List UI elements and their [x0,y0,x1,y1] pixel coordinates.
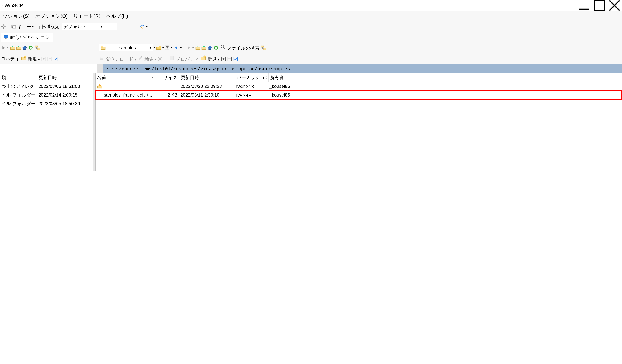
folder-root-icon[interactable] [16,45,21,50]
edit-icon [138,56,143,61]
properties-icon [169,56,175,61]
svg-line-10 [4,28,5,28]
filter-icon[interactable] [165,45,170,50]
maximize-button[interactable] [592,0,607,11]
menu-session[interactable]: ッション(S) [1,12,32,20]
splitter[interactable] [97,64,103,73]
forward-icon[interactable] [186,45,191,50]
path-row: ・・・/connect-cms/test01/resources/views/p… [0,64,622,73]
folder-up-icon[interactable] [195,45,201,50]
forward-icon[interactable] [1,45,6,50]
new-remote-button[interactable]: 新規 ▾ [201,56,219,62]
cell-type: イル フォルダー [0,91,37,99]
svg-rect-43 [264,48,266,50]
minus-box-icon[interactable] [227,56,232,61]
home-icon[interactable] [207,45,213,50]
sub-toolbar-row: ロパティ 新規 ▾ ダウンロード ▾ [0,53,622,64]
cell-type: イル フォルダー [0,99,37,108]
transfer-value: デフォルト [63,23,87,30]
home-icon[interactable] [22,45,27,50]
plus-box-icon[interactable] [221,56,226,61]
svg-point-40 [221,45,224,48]
file-icon [97,92,102,98]
svg-marker-24 [22,46,27,50]
cell-owner: _kousei86 [268,82,301,91]
svg-marker-35 [197,46,199,47]
cell-mtime: 2022/03/20 22:09:23 [179,82,235,91]
download-icon [99,56,104,61]
search-files-button[interactable]: ファイルの検索 [220,44,259,51]
file-panes: 類 更新日時 つ上のディレクトリ2022/03/05 18:51:03イル フォ… [0,73,622,171]
sort-asc-icon: ▲ [151,76,154,79]
chevron-down-icon: ▾ [32,25,34,28]
remote-col-owner[interactable]: 所有者 [269,73,302,82]
pane-splitter[interactable] [93,73,95,171]
remote-col-name[interactable]: 名前▲ [96,73,155,82]
list-item[interactable]: イル フォルダー2022/03/05 18:50:36 [0,99,93,108]
remote-folder-combo[interactable]: samples ▼ [99,44,153,51]
edit-button[interactable]: 編集 ▾ [138,56,156,62]
sync-button[interactable]: ▾ [139,22,149,31]
local-file-pane: 類 更新日時 つ上のディレクトリ2022/03/05 18:51:03イル フォ… [0,73,93,171]
svg-marker-54 [139,56,142,60]
remote-col-perm[interactable]: パーミッション [235,73,269,82]
menu-help[interactable]: ヘルプ(H) [104,12,130,20]
title-bar: - WinSCP [0,0,622,11]
gear-icon[interactable] [1,24,6,29]
list-item[interactable]: 2022/03/20 22:09:23rwxr-xr-x_kousei86 [96,82,622,91]
svg-marker-31 [166,46,169,49]
cell-mtime: 2022/03/11 2:30:10 [179,91,235,99]
properties-label-left[interactable]: ロパティ [1,56,19,62]
svg-marker-53 [100,56,102,59]
remote-col-mtime[interactable]: 更新日時 [179,73,235,82]
folder-up-icon[interactable] [10,45,15,50]
queue-label: キュー [17,23,31,30]
menu-remote[interactable]: リモート(R) [71,12,102,20]
close-button[interactable] [607,0,622,11]
folder-tree-icon[interactable] [261,45,266,50]
minimize-button[interactable] [577,0,592,11]
check-box-icon[interactable] [233,56,238,61]
remote-file-pane: 名前▲ サイズ 更新日時 パーミッション 所有者 2022/03/20 22:0… [95,73,622,171]
remote-col-size[interactable]: サイズ [155,73,179,82]
svg-rect-57 [164,58,168,59]
svg-marker-33 [188,46,190,50]
menu-bar: ッション(S) オプション(O) リモート(R) ヘルプ(H) [0,11,622,21]
remote-nav-toolbar: samples ▼ ▾ ▾ ▾ ▾ - ▾ [97,42,622,53]
cell-name [96,82,155,91]
cell-size: 2 KB [155,91,179,99]
list-item[interactable]: イル フォルダー2022/02/14 2:00:15 [0,91,93,99]
rename-icon[interactable] [163,56,169,61]
chevron-down-icon: ▼ [149,46,152,49]
svg-rect-59 [170,56,174,60]
new-session-tab[interactable]: 新しいセッション [1,33,53,42]
local-col-mtime[interactable]: 更新日時 [37,73,93,82]
transfer-settings-combo[interactable]: デフォルト ▼ [62,23,117,30]
folder-root-icon[interactable] [201,45,207,50]
properties-right-button[interactable]: プロパティ [169,56,199,62]
local-col-type[interactable]: 類 [0,73,37,82]
menu-options[interactable]: オプション(O) [33,12,70,20]
minus-box-icon[interactable] [47,56,52,61]
svg-marker-38 [208,46,212,50]
transfer-settings-label: 転送設定 [42,23,60,30]
remote-list-header: 名前▲ サイズ 更新日時 パーミッション 所有者 [96,73,622,82]
svg-rect-37 [203,46,205,47]
download-label: ダウンロード [105,57,134,62]
cell-name: samples_frame_edit_t... [96,91,155,99]
plus-box-icon[interactable] [41,56,46,61]
download-button[interactable]: ダウンロード ▾ [99,56,136,62]
folder-tree-icon[interactable] [35,45,40,50]
refresh-icon[interactable] [28,45,33,50]
queue-button[interactable]: キュー ▾ [10,22,35,31]
check-box-icon[interactable] [53,56,58,61]
new-local-button[interactable]: 新規 ▾ [21,56,39,62]
refresh-icon[interactable] [213,45,219,50]
list-item[interactable]: つ上のディレクトリ2022/03/05 18:51:03 [0,82,93,91]
list-item[interactable]: samples_frame_edit_t...2 KB2022/03/11 2:… [96,91,622,99]
edit-label: 編集 [144,57,154,62]
toolbar-grip[interactable] [39,23,40,30]
delete-icon[interactable] [157,56,162,61]
back-icon[interactable] [174,45,179,50]
open-folder-icon[interactable] [156,45,161,50]
